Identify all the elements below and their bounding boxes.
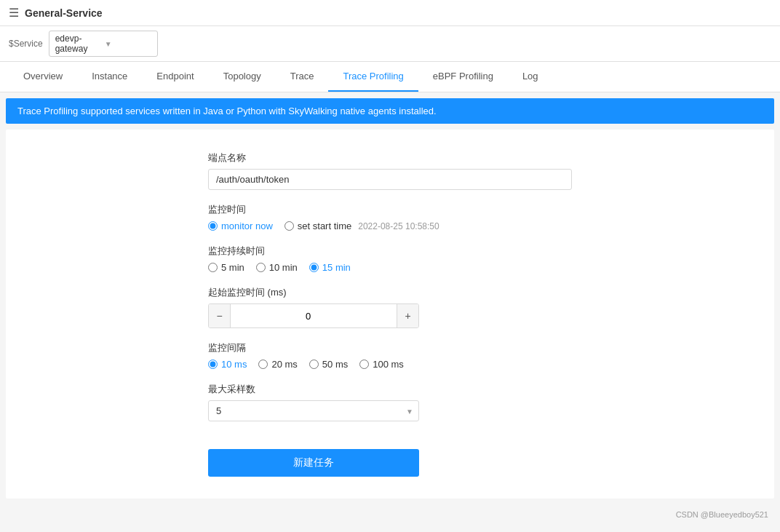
duration-10-radio[interactable] (256, 263, 266, 272)
max-samples-wrapper: 5 10 20 50 ▼ (208, 400, 419, 421)
interval-100-label: 100 ms (373, 359, 404, 370)
duration-10min[interactable]: 10 min (256, 262, 298, 273)
interval-100ms[interactable]: 100 ms (359, 359, 404, 370)
interval-20ms[interactable]: 20 ms (258, 359, 297, 370)
start-monitor-input-group: − + (208, 303, 419, 328)
tab-log[interactable]: Log (508, 62, 553, 92)
monitor-time-options: monitor now set start time 2022-08-25 10… (208, 221, 572, 231)
endpoint-input[interactable] (208, 169, 572, 190)
set-start-time-option[interactable]: set start time 2022-08-25 10:58:50 (284, 221, 439, 231)
duration-15-radio[interactable] (309, 263, 319, 272)
main-content: 端点名称 监控时间 monitor now set start time 202… (6, 130, 774, 499)
duration-group: 监控持续时间 5 min 10 min 15 min (208, 245, 572, 273)
max-samples-select[interactable]: 5 10 20 50 (208, 400, 419, 421)
footer-text: CSDN @Blueeyedboy521 (676, 510, 768, 519)
duration-label: 监控持续时间 (208, 245, 572, 258)
max-samples-group: 最大采样数 5 10 20 50 ▼ (208, 383, 572, 421)
info-banner: Trace Profiling supported services writt… (6, 98, 774, 124)
tab-instance[interactable]: Instance (77, 62, 142, 92)
set-start-time-label: set start time (298, 221, 351, 231)
duration-10-label: 10 min (269, 262, 298, 273)
monitor-now-option[interactable]: monitor now (208, 221, 273, 231)
service-label: $Service (9, 39, 43, 49)
duration-5-radio[interactable] (208, 263, 218, 272)
form-container: 端点名称 监控时间 monitor now set start time 202… (208, 151, 572, 477)
header-bar: ☰ General-Service (0, 0, 780, 26)
nav-tabs: Overview Instance Endpoint Topology Trac… (0, 62, 780, 92)
chevron-down-icon: ▼ (105, 40, 151, 48)
service-value: edevp-gateway (55, 33, 102, 54)
tab-overview[interactable]: Overview (9, 62, 77, 92)
set-start-time-radio[interactable] (284, 221, 294, 231)
interval-10-radio[interactable] (208, 360, 218, 369)
increment-button[interactable]: + (397, 304, 418, 327)
page-title: General-Service (25, 7, 103, 19)
interval-50-radio[interactable] (309, 360, 319, 369)
interval-10-label: 10 ms (221, 359, 247, 370)
duration-5min[interactable]: 5 min (208, 262, 244, 273)
endpoint-group: 端点名称 (208, 151, 572, 190)
interval-label: 监控间隔 (208, 341, 572, 354)
submit-button[interactable]: 新建任务 (208, 449, 419, 477)
duration-options: 5 min 10 min 15 min (208, 262, 572, 273)
interval-options: 10 ms 20 ms 50 ms 100 ms (208, 359, 572, 370)
tab-endpoint[interactable]: Endpoint (142, 62, 208, 92)
duration-15min[interactable]: 15 min (309, 262, 351, 273)
service-select[interactable]: edevp-gateway ▼ (49, 31, 158, 57)
endpoint-label: 端点名称 (208, 151, 572, 164)
interval-100-radio[interactable] (359, 360, 369, 369)
interval-10ms[interactable]: 10 ms (208, 359, 247, 370)
max-samples-label: 最大采样数 (208, 383, 572, 396)
tab-trace[interactable]: Trace (276, 62, 329, 92)
interval-50ms[interactable]: 50 ms (309, 359, 348, 370)
interval-20-label: 20 ms (271, 359, 297, 370)
menu-icon: ☰ (9, 6, 19, 20)
tab-topology[interactable]: Topology (209, 62, 276, 92)
tab-trace-profiling[interactable]: Trace Profiling (328, 62, 418, 92)
monitor-now-label: monitor now (221, 221, 273, 231)
monitor-time-label: 监控时间 (208, 203, 572, 216)
interval-50-label: 50 ms (322, 359, 348, 370)
start-monitor-input[interactable] (231, 306, 397, 326)
monitor-now-radio[interactable] (208, 221, 218, 231)
start-monitor-group: 起始监控时间 (ms) − + (208, 286, 572, 328)
timestamp-display: 2022-08-25 10:58:50 (358, 221, 439, 231)
interval-group: 监控间隔 10 ms 20 ms 50 ms 100 ms (208, 341, 572, 370)
start-monitor-label: 起始监控时间 (ms) (208, 286, 572, 299)
monitor-time-group: 监控时间 monitor now set start time 2022-08-… (208, 203, 572, 231)
duration-5-label: 5 min (221, 262, 244, 273)
interval-20-radio[interactable] (258, 360, 268, 369)
service-bar: $Service edevp-gateway ▼ (0, 26, 780, 62)
footer: CSDN @Blueeyedboy521 (0, 504, 780, 525)
duration-15-label: 15 min (322, 262, 351, 273)
tab-ebpf-profiling[interactable]: eBPF Profiling (418, 62, 508, 92)
decrement-button[interactable]: − (209, 304, 231, 327)
